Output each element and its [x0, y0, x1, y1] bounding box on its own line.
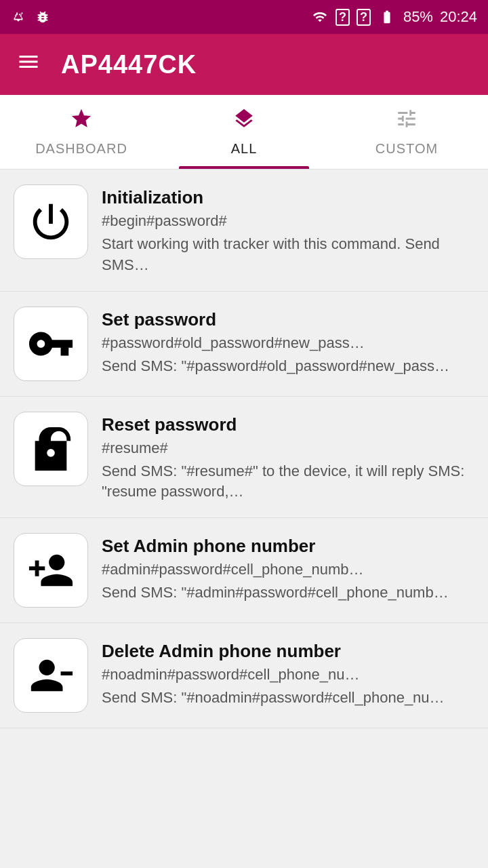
user-add-icon: [27, 547, 75, 594]
status-bar: ? ? 85% 20:24: [0, 0, 488, 34]
tab-dashboard-label: DASHBOARD: [35, 141, 127, 157]
app-bar: AP4447CK: [0, 34, 488, 95]
set-admin-cmd: #admin#password#cell_phone_numb…: [102, 561, 474, 578]
set-admin-title: Set Admin phone number: [102, 536, 474, 557]
delete-admin-cmd: #noadmin#password#cell_phone_nu…: [102, 666, 474, 684]
delete-admin-text: Delete Admin phone number #noadmin#passw…: [102, 638, 474, 709]
list-item-set-admin[interactable]: Set Admin phone number #admin#password#c…: [0, 518, 488, 623]
tab-all-label: ALL: [231, 141, 258, 157]
set-admin-desc: Send SMS: "#admin#password#cell_phone_nu…: [102, 583, 474, 604]
bug-icon: [35, 9, 50, 24]
signal-question1: ?: [336, 9, 350, 26]
list-item-reset-password[interactable]: Reset password #resume# Send SMS: "#resu…: [0, 397, 488, 519]
hamburger-menu-button[interactable]: [16, 50, 41, 79]
sliders-icon: [395, 107, 418, 136]
set-password-cmd: #password#old_password#new_pass…: [102, 334, 474, 352]
list-item-initialization[interactable]: Initialization #begin#password# Start wo…: [0, 170, 488, 292]
app-title: AP4447CK: [61, 50, 197, 79]
delete-admin-title: Delete Admin phone number: [102, 641, 474, 662]
tab-custom-label: CUSTOM: [375, 141, 438, 157]
user-remove-icon: [27, 652, 75, 699]
set-admin-text: Set Admin phone number #admin#password#c…: [102, 533, 474, 604]
initialization-cmd: #begin#password#: [102, 212, 474, 230]
battery-percent: 85%: [403, 8, 433, 26]
delete-admin-icon-wrap: [14, 638, 88, 713]
key-icon: [27, 320, 75, 368]
layers-icon: [232, 107, 256, 136]
reset-password-icon-wrap: [14, 412, 88, 486]
status-left-icons: [11, 9, 50, 24]
tab-all[interactable]: ALL: [163, 95, 325, 169]
reset-password-text: Reset password #resume# Send SMS: "#resu…: [102, 412, 474, 503]
tab-custom[interactable]: CUSTOM: [325, 95, 488, 169]
initialization-desc: Start working with tracker with this com…: [102, 234, 474, 276]
battery-icon: [378, 9, 396, 24]
set-password-text: Set password #password#old_password#new_…: [102, 307, 474, 377]
commands-list: Initialization #begin#password# Start wo…: [0, 170, 488, 728]
wifi-icon: [311, 9, 329, 24]
delete-admin-desc: Send SMS: "#noadmin#password#cell_phone_…: [102, 688, 474, 709]
list-item-delete-admin[interactable]: Delete Admin phone number #noadmin#passw…: [0, 623, 488, 728]
initialization-title: Initialization: [102, 187, 474, 208]
set-password-desc: Send SMS: "#password#old_password#new_pa…: [102, 356, 474, 377]
tab-dashboard[interactable]: DASHBOARD: [0, 95, 163, 169]
usb-icon: [11, 9, 26, 24]
tab-bar: DASHBOARD ALL CUSTOM: [0, 95, 488, 170]
reset-password-desc: Send SMS: "#resume#" to the device, it w…: [102, 461, 474, 503]
clock: 20:24: [440, 8, 477, 26]
set-password-title: Set password: [102, 309, 474, 330]
unlock-icon: [27, 425, 75, 473]
reset-password-cmd: #resume#: [102, 439, 474, 457]
power-icon: [27, 198, 75, 245]
status-right-icons: ? ? 85% 20:24: [311, 8, 477, 26]
reset-password-title: Reset password: [102, 414, 474, 435]
set-admin-icon-wrap: [14, 533, 88, 608]
set-password-icon-wrap: [14, 307, 88, 381]
initialization-icon-wrap: [14, 184, 88, 259]
initialization-text: Initialization #begin#password# Start wo…: [102, 184, 474, 276]
list-item-set-password[interactable]: Set password #password#old_password#new_…: [0, 292, 488, 397]
star-icon: [70, 107, 93, 136]
signal-question2: ?: [357, 9, 371, 26]
